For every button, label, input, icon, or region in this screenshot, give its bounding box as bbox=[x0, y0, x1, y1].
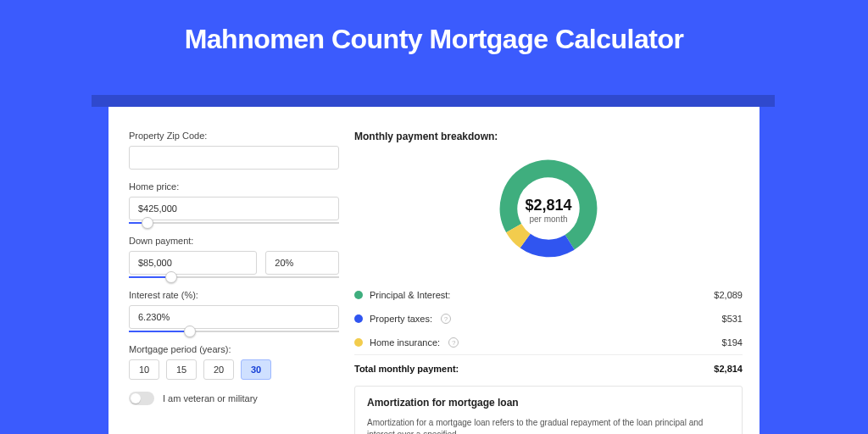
mortgage-period-option-15[interactable]: 15 bbox=[166, 359, 197, 380]
legend-dot-1 bbox=[354, 314, 363, 323]
veteran-label: I am veteran or military bbox=[163, 393, 258, 403]
down-payment-amount-input[interactable] bbox=[129, 251, 257, 275]
mortgage-period-label: Mortgage period (years): bbox=[129, 344, 339, 354]
interest-rate-slider-thumb[interactable] bbox=[184, 326, 196, 337]
interest-rate-input[interactable] bbox=[129, 305, 339, 329]
zip-label: Property Zip Code: bbox=[129, 131, 339, 141]
mortgage-period-option-10[interactable]: 10 bbox=[129, 359, 159, 380]
down-payment-label: Down payment: bbox=[129, 236, 339, 246]
mortgage-period-group: 10152030 bbox=[129, 359, 339, 380]
down-payment-percent-input[interactable] bbox=[265, 251, 339, 275]
legend: Principal & Interest:$2,089Property taxe… bbox=[354, 283, 743, 355]
amortization-text: Amortization for a mortgage loan refers … bbox=[367, 417, 730, 434]
calculator-card: Property Zip Code: Home price: Down paym… bbox=[108, 107, 760, 434]
home-price-slider-thumb[interactable] bbox=[142, 217, 153, 229]
donut-chart: $2,814 per month bbox=[496, 156, 601, 264]
form-column: Property Zip Code: Home price: Down paym… bbox=[129, 131, 339, 434]
info-icon[interactable]: ? bbox=[448, 337, 459, 348]
page-title: Mahnomen County Mortgage Calculator bbox=[0, 0, 868, 55]
legend-label-2: Home insurance: bbox=[370, 337, 440, 348]
total-label: Total monthly payment: bbox=[354, 364, 459, 374]
interest-rate-slider-fill bbox=[129, 331, 190, 332]
home-price-label: Home price: bbox=[129, 181, 339, 192]
zip-input[interactable] bbox=[129, 146, 339, 170]
down-payment-slider-thumb[interactable] bbox=[165, 271, 177, 283]
legend-label-0: Principal & Interest: bbox=[370, 290, 450, 300]
info-icon[interactable]: ? bbox=[441, 314, 451, 324]
total-value: $2,814 bbox=[714, 364, 743, 374]
breakdown-title: Monthly payment breakdown: bbox=[354, 131, 743, 142]
donut-center-amount: $2,814 bbox=[525, 197, 571, 214]
legend-value-1: $531 bbox=[722, 314, 743, 324]
interest-rate-label: Interest rate (%): bbox=[129, 290, 339, 300]
interest-rate-slider[interactable] bbox=[129, 331, 339, 332]
veteran-toggle[interactable] bbox=[129, 392, 154, 405]
veteran-toggle-knob bbox=[131, 393, 141, 403]
legend-row-0: Principal & Interest:$2,089 bbox=[354, 283, 743, 307]
legend-dot-2 bbox=[354, 338, 363, 347]
home-price-input[interactable] bbox=[129, 197, 339, 220]
donut-center-sub: per month bbox=[525, 214, 571, 224]
legend-label-1: Property taxes: bbox=[370, 314, 432, 324]
legend-row-2: Home insurance:?$194 bbox=[354, 331, 743, 354]
amortization-box: Amortization for mortgage loan Amortizat… bbox=[354, 386, 743, 434]
legend-value-0: $2,089 bbox=[714, 290, 743, 300]
mortgage-period-option-30[interactable]: 30 bbox=[241, 359, 271, 380]
legend-row-1: Property taxes:?$531 bbox=[354, 307, 743, 331]
amortization-title: Amortization for mortgage loan bbox=[367, 397, 730, 409]
legend-value-2: $194 bbox=[722, 337, 743, 348]
legend-dot-0 bbox=[354, 291, 363, 299]
header-accent-bar bbox=[92, 95, 775, 107]
down-payment-slider[interactable] bbox=[129, 276, 339, 278]
home-price-slider[interactable] bbox=[129, 222, 339, 224]
mortgage-period-option-20[interactable]: 20 bbox=[203, 359, 234, 380]
breakdown-column: Monthly payment breakdown: $2,814 per mo… bbox=[354, 131, 743, 434]
